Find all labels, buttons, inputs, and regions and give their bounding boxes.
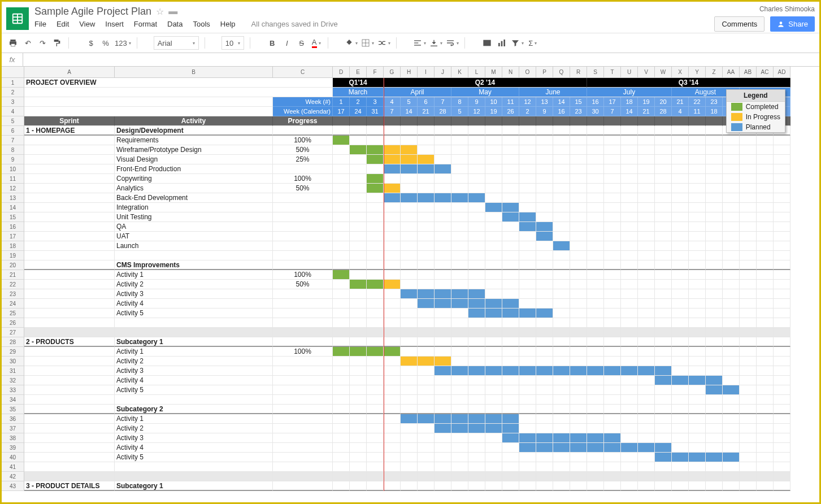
gantt-cell[interactable] bbox=[757, 251, 774, 260]
gantt-cell[interactable] bbox=[367, 155, 384, 164]
week-cal[interactable]: 23 bbox=[570, 107, 587, 116]
gantt-cell[interactable] bbox=[689, 155, 706, 164]
activity-cell[interactable]: Subcategory 1 bbox=[115, 481, 273, 491]
gantt-cell[interactable] bbox=[689, 472, 706, 481]
gantt-cell[interactable] bbox=[757, 232, 774, 241]
gantt-cell[interactable] bbox=[621, 453, 638, 462]
gantt-cell[interactable] bbox=[621, 347, 638, 357]
gantt-cell[interactable] bbox=[672, 405, 689, 414]
sprint-cell[interactable] bbox=[24, 232, 115, 241]
gantt-cell[interactable] bbox=[367, 357, 384, 366]
gantt-cell[interactable] bbox=[587, 260, 604, 270]
gantt-cell[interactable] bbox=[757, 366, 774, 376]
gantt-cell[interactable] bbox=[570, 289, 587, 299]
gantt-cell[interactable] bbox=[638, 414, 655, 424]
gantt-cell[interactable] bbox=[536, 203, 553, 212]
gantt-cell[interactable] bbox=[774, 232, 790, 241]
gantt-cell[interactable] bbox=[621, 433, 638, 443]
gantt-cell[interactable] bbox=[604, 385, 621, 395]
gantt-cell[interactable] bbox=[774, 328, 790, 337]
gantt-cell[interactable] bbox=[384, 414, 401, 424]
gantt-cell[interactable] bbox=[553, 251, 570, 260]
gantt-cell[interactable] bbox=[468, 376, 485, 385]
gantt-cell[interactable] bbox=[350, 212, 367, 222]
sprint-cell[interactable] bbox=[24, 453, 115, 462]
sprint-cell[interactable] bbox=[24, 260, 115, 270]
activity-cell[interactable]: Activity 2 bbox=[115, 424, 273, 433]
gantt-cell[interactable] bbox=[468, 424, 485, 433]
gantt-cell[interactable] bbox=[638, 481, 655, 491]
h-align-icon[interactable] bbox=[413, 36, 426, 50]
gantt-cell[interactable] bbox=[740, 241, 757, 251]
month-header[interactable]: April bbox=[384, 88, 451, 97]
gantt-cell[interactable] bbox=[418, 443, 435, 453]
gantt-cell[interactable] bbox=[435, 145, 451, 155]
gantt-cell[interactable] bbox=[519, 405, 536, 414]
gantt-cell[interactable] bbox=[367, 376, 384, 385]
gantt-cell[interactable] bbox=[723, 433, 740, 443]
gantt-cell[interactable] bbox=[418, 462, 435, 472]
gantt-cell[interactable] bbox=[553, 443, 570, 453]
col-header[interactable]: W bbox=[655, 67, 672, 78]
gantt-cell[interactable] bbox=[350, 414, 367, 424]
gantt-cell[interactable] bbox=[723, 337, 740, 347]
gantt-cell[interactable] bbox=[604, 433, 621, 443]
gantt-cell[interactable] bbox=[723, 395, 740, 405]
gantt-cell[interactable] bbox=[367, 289, 384, 299]
gantt-cell[interactable] bbox=[757, 357, 774, 366]
gantt-cell[interactable] bbox=[706, 433, 723, 443]
gantt-cell[interactable] bbox=[723, 424, 740, 433]
month-header[interactable]: July bbox=[587, 88, 672, 97]
gantt-cell[interactable] bbox=[401, 462, 418, 472]
gantt-cell[interactable] bbox=[604, 212, 621, 222]
gantt-cell[interactable] bbox=[774, 414, 790, 424]
gantt-cell[interactable] bbox=[655, 424, 672, 433]
gantt-cell[interactable] bbox=[655, 126, 672, 136]
gantt-cell[interactable] bbox=[774, 136, 790, 145]
gantt-cell[interactable] bbox=[570, 164, 587, 174]
gantt-cell[interactable] bbox=[689, 289, 706, 299]
gantt-cell[interactable] bbox=[384, 260, 401, 270]
gantt-cell[interactable] bbox=[672, 433, 689, 443]
gantt-cell[interactable] bbox=[570, 433, 587, 443]
gantt-cell[interactable] bbox=[333, 433, 350, 443]
progress-cell[interactable] bbox=[273, 299, 333, 309]
gantt-cell[interactable] bbox=[333, 260, 350, 270]
gantt-cell[interactable] bbox=[723, 472, 740, 481]
gantt-cell[interactable] bbox=[451, 203, 468, 212]
gantt-cell[interactable] bbox=[723, 414, 740, 424]
gantt-cell[interactable] bbox=[706, 395, 723, 405]
menu-data[interactable]: Data bbox=[167, 20, 183, 28]
row-header[interactable]: 16 bbox=[2, 222, 24, 232]
gantt-cell[interactable] bbox=[655, 376, 672, 385]
gantt-cell[interactable] bbox=[553, 260, 570, 270]
gantt-cell[interactable] bbox=[502, 232, 519, 241]
gantt-cell[interactable] bbox=[672, 347, 689, 357]
gantt-cell[interactable] bbox=[435, 366, 451, 376]
gantt-cell[interactable] bbox=[723, 260, 740, 270]
gantt-cell[interactable] bbox=[519, 443, 536, 453]
gantt-cell[interactable] bbox=[655, 136, 672, 145]
sprint-cell[interactable] bbox=[24, 222, 115, 232]
gantt-cell[interactable] bbox=[418, 424, 435, 433]
gantt-cell[interactable] bbox=[418, 472, 435, 481]
week-num[interactable]: 17 bbox=[604, 97, 621, 107]
gantt-cell[interactable] bbox=[367, 241, 384, 251]
gantt-cell[interactable] bbox=[333, 251, 350, 260]
gantt-cell[interactable] bbox=[350, 376, 367, 385]
gantt-cell[interactable] bbox=[621, 212, 638, 222]
gantt-cell[interactable] bbox=[638, 164, 655, 174]
sprint-cell[interactable] bbox=[24, 193, 115, 203]
gantt-cell[interactable] bbox=[621, 289, 638, 299]
gantt-cell[interactable] bbox=[604, 424, 621, 433]
gantt-cell[interactable] bbox=[519, 309, 536, 318]
gantt-cell[interactable] bbox=[350, 462, 367, 472]
row-header[interactable]: 8 bbox=[2, 145, 24, 155]
progress-cell[interactable] bbox=[273, 395, 333, 405]
gantt-cell[interactable] bbox=[757, 203, 774, 212]
gantt-cell[interactable] bbox=[435, 347, 451, 357]
gantt-cell[interactable] bbox=[740, 203, 757, 212]
gantt-cell[interactable] bbox=[468, 203, 485, 212]
gantt-cell[interactable] bbox=[468, 433, 485, 443]
gantt-cell[interactable] bbox=[367, 260, 384, 270]
